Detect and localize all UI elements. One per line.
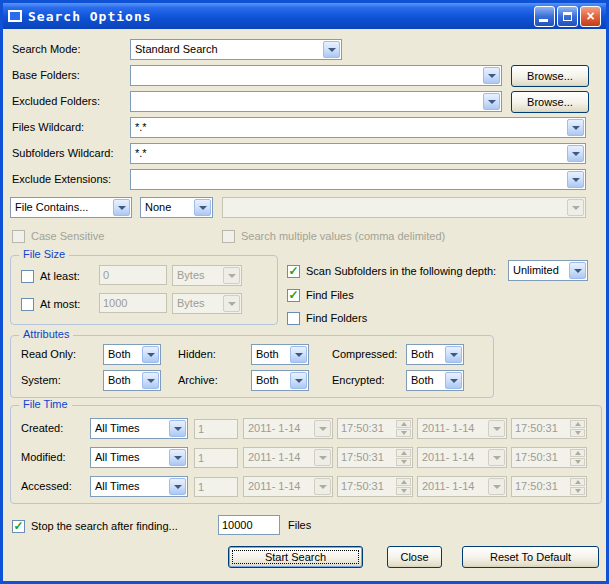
window-title: Search Options [28,9,532,24]
excluded-folders-select[interactable] [130,91,502,112]
archive-select[interactable]: Both [251,370,309,391]
exclude-extensions-select[interactable] [130,169,586,190]
checkbox-box[interactable] [287,265,300,278]
modified-time-to-spinner: 17:50:31 [511,447,587,468]
stop-after-input[interactable] [218,515,280,535]
restore-icon [563,12,572,21]
attributes-caption: Attributes [19,328,73,340]
spin-up-icon [396,478,411,486]
chevron-down-icon[interactable] [445,372,462,389]
at-least-unit-select: Bytes [172,265,242,286]
reset-to-default-button[interactable]: Reset To Default [462,546,599,568]
chevron-down-icon[interactable] [445,346,462,363]
chevron-down-icon[interactable] [142,372,159,389]
browse-excluded-folders-button[interactable]: Browse... [511,91,589,113]
created-count-input [194,419,238,439]
compressed-select[interactable]: Both [406,344,464,365]
checkbox-box [222,230,235,243]
chevron-down-icon [223,295,240,312]
chevron-down-icon[interactable] [113,199,130,216]
spin-up-icon [570,449,585,457]
spin-down-icon [570,429,585,437]
chevron-down-icon[interactable] [567,171,584,188]
restore-button[interactable] [557,6,578,27]
depth-select[interactable]: Unlimited [508,260,588,281]
modified-count-input [194,448,238,468]
chevron-down-icon[interactable] [194,199,211,216]
system-label: System: [21,370,61,391]
chevron-down-icon[interactable] [567,119,584,136]
accessed-date-to-select: 2011- 1-14 [417,476,507,497]
excluded-folders-label: Excluded Folders: [12,91,100,112]
stop-after-checkbox[interactable]: Stop the search after finding... [12,519,178,533]
checkbox-box [12,230,25,243]
scan-subfolders-checkbox[interactable]: Scan Subfolders in the following depth: [287,264,496,278]
created-date-to-select: 2011- 1-14 [417,418,507,439]
chevron-down-icon [488,420,505,437]
chevron-down-icon[interactable] [483,67,500,84]
files-wildcard-select[interactable]: *.* [130,117,586,138]
accessed-mode-select[interactable]: All Times [90,476,188,497]
file-contains-select[interactable]: File Contains... [10,197,132,218]
chevron-down-icon[interactable] [323,41,340,58]
chevron-down-icon[interactable] [142,346,159,363]
checkbox-box[interactable] [12,520,25,533]
search-mode-label: Search Mode: [12,39,80,60]
chevron-down-icon [314,478,331,495]
modified-label: Modified: [21,447,66,468]
chevron-down-icon[interactable] [169,449,186,466]
at-most-checkbox[interactable]: At most: [21,297,80,311]
find-files-checkbox[interactable]: Find Files [287,288,354,302]
chevron-down-icon[interactable] [169,420,186,437]
spin-up-icon [570,478,585,486]
chevron-down-icon [488,478,505,495]
spin-down-icon [570,487,585,495]
base-folders-select[interactable] [130,65,502,86]
read-only-select[interactable]: Both [103,344,161,365]
accessed-count-input [194,477,238,497]
encrypted-label: Encrypted: [332,370,385,391]
archive-label: Archive: [178,370,218,391]
close-dialog-button[interactable]: Close [387,546,442,568]
subfolders-wildcard-select[interactable]: *.* [130,143,586,164]
start-search-button[interactable]: Start Search [228,546,363,568]
titlebar[interactable]: Search Options × [3,3,606,29]
created-date-from-select: 2011- 1-14 [243,418,333,439]
find-folders-checkbox[interactable]: Find Folders [287,311,367,325]
contains-type-select[interactable]: None [140,197,213,218]
encrypted-select[interactable]: Both [406,370,464,391]
file-size-caption: File Size [19,248,69,260]
file-time-group: File Time Created: All Times 2011- 1-14 … [10,405,602,504]
chevron-down-icon[interactable] [483,93,500,110]
created-mode-select[interactable]: All Times [90,418,188,439]
checkbox-box[interactable] [21,298,34,311]
checkbox-box[interactable] [287,312,300,325]
chevron-down-icon[interactable] [569,262,586,279]
chevron-down-icon [567,199,584,216]
chevron-down-icon[interactable] [169,478,186,495]
close-icon: × [581,7,600,26]
system-select[interactable]: Both [103,370,161,391]
hidden-select[interactable]: Both [251,344,309,365]
minimize-button[interactable] [534,6,555,27]
modified-mode-select[interactable]: All Times [90,447,188,468]
chevron-down-icon[interactable] [290,346,307,363]
at-least-checkbox[interactable]: At least: [21,269,80,283]
case-sensitive-checkbox: Case Sensitive [12,229,104,243]
window-icon [8,10,22,22]
spin-down-icon [396,429,411,437]
accessed-label: Accessed: [21,476,72,497]
chevron-down-icon[interactable] [567,145,584,162]
spin-down-icon [396,458,411,466]
chevron-down-icon [223,267,240,284]
chevron-down-icon [314,449,331,466]
checkbox-box[interactable] [287,289,300,302]
close-button[interactable]: × [580,6,601,27]
accessed-time-to-spinner: 17:50:31 [511,476,587,497]
browse-base-folders-button[interactable]: Browse... [511,65,589,87]
spin-down-icon [396,487,411,495]
checkbox-box[interactable] [21,270,34,283]
chevron-down-icon[interactable] [290,372,307,389]
search-mode-select[interactable]: Standard Search [130,39,342,60]
spin-up-icon [396,420,411,428]
